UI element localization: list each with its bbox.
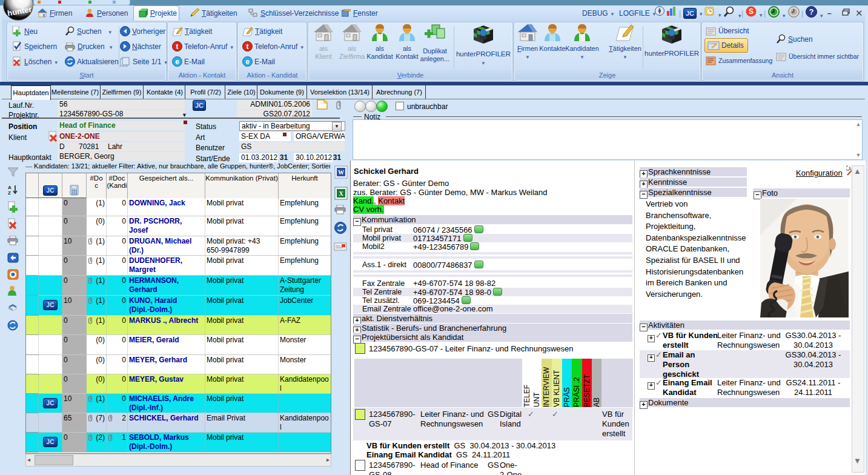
svg-text:e: e — [245, 58, 250, 66]
svg-text:t: t — [176, 42, 179, 51]
svg-text:S: S — [749, 7, 754, 16]
svg-text:Z: Z — [8, 190, 11, 196]
svg-text:t: t — [247, 42, 249, 51]
svg-text:A: A — [8, 185, 12, 190]
svg-text:X: X — [339, 190, 343, 197]
svg-text:W: W — [338, 169, 344, 176]
svg-text:e: e — [175, 58, 179, 66]
svg-text:?: ? — [809, 7, 814, 16]
